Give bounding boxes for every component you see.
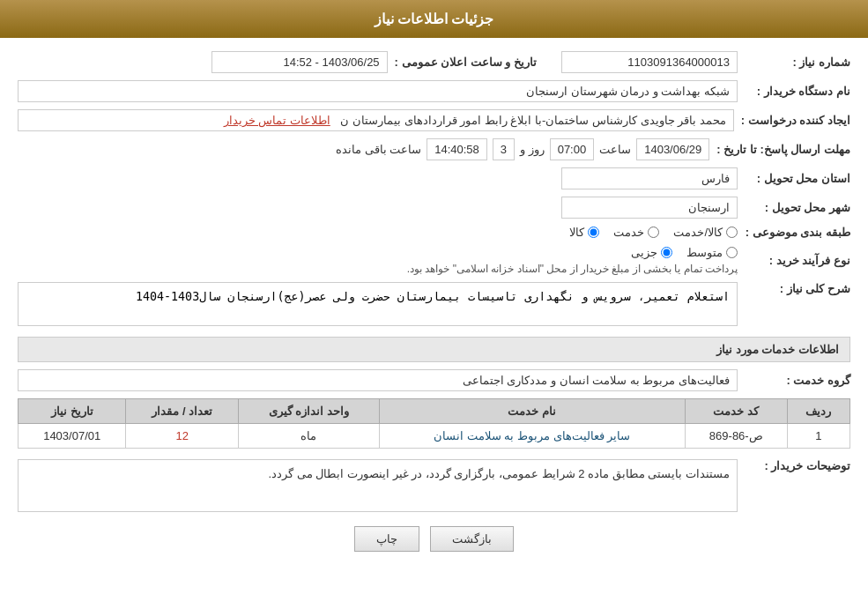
cell-code: ص-86-869	[685, 424, 787, 449]
service-group-value: فعالیت‌های مربوط به سلامت انسان و مددکار…	[18, 369, 738, 391]
cell-date: 1403/07/01	[19, 424, 126, 449]
remaining-label: ساعت باقی مانده	[336, 143, 421, 156]
need-number-value: 1103091364000013	[561, 51, 738, 73]
col-row: ردیف	[787, 399, 849, 424]
province-row: استان محل تحویل : فارس	[18, 167, 850, 189]
col-code: کد خدمت	[685, 399, 787, 424]
description-row: شرح کلی نیاز :	[18, 282, 850, 326]
process-option-minor[interactable]: جزیی	[631, 246, 672, 259]
buyer-notes-value: مستندات بایستی مطابق ماده 2 شرایط عمومی،…	[18, 459, 738, 512]
col-quantity: تعداد / مقدار	[126, 399, 239, 424]
page-header: جزئیات اطلاعات نیاز	[0, 0, 868, 38]
creator-contact-link[interactable]: اطلاعات تماس خریدار	[224, 114, 330, 127]
cell-quantity: 12	[126, 424, 239, 449]
process-radio-minor[interactable]	[661, 247, 672, 258]
province-label: استان محل تحویل :	[745, 172, 850, 185]
service-group-row: گروه خدمت : فعالیت‌های مربوط به سلامت ان…	[18, 369, 850, 391]
process-radio-medium[interactable]	[726, 247, 738, 258]
province-value: فارس	[561, 167, 738, 189]
description-label: شرح کلی نیاز :	[745, 282, 850, 295]
deadline-time-value: 07:00	[550, 138, 595, 160]
need-number-label: شماره نیاز :	[745, 56, 850, 69]
city-row: شهر محل تحویل : ارسنجان	[18, 197, 850, 219]
deadline-datetime: 1403/06/29 ساعت 07:00 روز و 3 14:40:58 س…	[336, 138, 709, 160]
deadline-days-value: 3	[493, 138, 515, 160]
city-value: ارسنجان	[561, 197, 738, 219]
process-note: پرداخت تمام یا بخشی از مبلغ خریدار از مح…	[407, 263, 738, 275]
col-date: تاریخ نیاز	[19, 399, 126, 424]
buttons-row: بازگشت چاپ	[18, 526, 850, 569]
category-radio-service[interactable]	[648, 227, 659, 238]
city-label: شهر محل تحویل :	[745, 201, 850, 214]
category-option-service[interactable]: خدمت	[613, 226, 659, 239]
deadline-label: مهلت ارسال پاسخ: تا تاریخ :	[716, 143, 850, 156]
category-option-goods[interactable]: کالا	[569, 226, 599, 239]
category-row: طبقه بندی موضوعی : کالا/خدمت خدمت کالا	[18, 226, 850, 239]
deadline-date-value: 1403/06/29	[636, 138, 709, 160]
category-option-goods-service[interactable]: کالا/خدمت	[673, 226, 738, 239]
services-section-header: اطلاعات خدمات مورد نیاز	[18, 337, 850, 362]
buyer-org-value: شبکه بهداشت و درمان شهرستان ارسنجان	[18, 80, 738, 102]
buyer-notes-label: توضیحات خریدار :	[745, 459, 850, 472]
description-textarea[interactable]	[18, 282, 738, 326]
service-group-label: گروه خدمت :	[745, 374, 850, 387]
table-row: 1 ص-86-869 سایر فعالیت‌های مربوط به سلام…	[19, 424, 850, 449]
services-table: ردیف کد خدمت نام خدمت واحد اندازه گیری ت…	[18, 398, 850, 449]
announce-datetime-label: تاریخ و ساعت اعلان عمومی :	[395, 56, 537, 69]
col-name: نام خدمت	[379, 399, 685, 424]
creator-row: ایجاد کننده درخواست : محمد باقر جاویدی ک…	[18, 109, 850, 131]
col-unit: واحد اندازه گیری	[239, 399, 380, 424]
process-option-medium[interactable]: متوسط	[686, 246, 738, 259]
announce-datetime-value: 1403/06/25 - 14:52	[211, 51, 388, 73]
category-radio-group: کالا/خدمت خدمت کالا	[569, 226, 738, 239]
time-label: ساعت	[599, 143, 631, 156]
cell-name: سایر فعالیت‌های مربوط به سلامت انسان	[379, 424, 685, 449]
process-row: نوع فرآیند خرید : متوسط جزیی پرداخت تمام…	[18, 246, 850, 275]
buyer-org-label: نام دستگاه خریدار :	[745, 85, 850, 98]
print-button[interactable]: چاپ	[354, 526, 419, 552]
buyer-org-row: نام دستگاه خریدار : شبکه بهداشت و درمان …	[18, 80, 850, 102]
process-type-group: متوسط جزیی	[407, 246, 738, 259]
creator-label: ایجاد کننده درخواست :	[741, 114, 850, 127]
back-button[interactable]: بازگشت	[430, 526, 514, 552]
page-title: جزئیات اطلاعات نیاز	[375, 11, 494, 26]
category-radio-goods-service[interactable]	[726, 227, 738, 238]
category-label: طبقه بندی موضوعی :	[745, 226, 850, 239]
need-number-row: شماره نیاز : 1103091364000013 تاریخ و سا…	[18, 51, 850, 73]
deadline-row: مهلت ارسال پاسخ: تا تاریخ : 1403/06/29 س…	[18, 138, 850, 160]
deadline-remaining-value: 14:40:58	[427, 138, 487, 160]
buyer-notes-row: توضیحات خریدار : مستندات بایستی مطابق ما…	[18, 459, 850, 512]
cell-row: 1	[787, 424, 849, 449]
cell-unit: ماه	[239, 424, 380, 449]
creator-value: محمد باقر جاویدی کارشناس ساختمان-با ابلا…	[18, 109, 734, 131]
process-label: نوع فرآیند خرید :	[745, 254, 850, 267]
category-radio-goods[interactable]	[588, 227, 599, 238]
days-label: روز و	[520, 143, 545, 156]
